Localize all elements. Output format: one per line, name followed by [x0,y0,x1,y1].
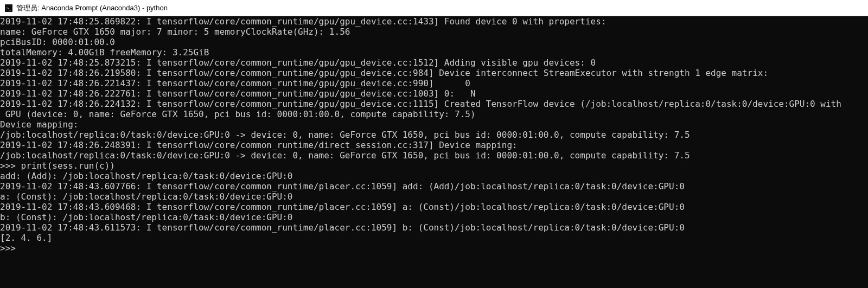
terminal-line: a: (Const): /job:localhost/replica:0/tas… [0,191,868,202]
terminal-line: pciBusID: 0000:01:00.0 [0,37,868,47]
terminal-output[interactable]: 2019-11-02 17:48:25.869822: I tensorflow… [0,16,868,288]
titlebar[interactable]: >_ 管理员: Anaconda Prompt (Anaconda3) - py… [0,0,868,16]
terminal-line: Device mapping: [0,119,868,130]
terminal-line: 2019-11-02 17:48:43.607766: I tensorflow… [0,181,868,191]
terminal-line: 2019-11-02 17:48:26.219580: I tensorflow… [0,68,868,78]
terminal-line: >>> print(sess.run(c)) [0,161,868,171]
cmd-icon: >_ [4,4,13,12]
terminal-line: /job:localhost/replica:0/task:0/device:G… [0,150,868,161]
terminal-line: /job:localhost/replica:0/task:0/device:G… [0,130,868,140]
terminal-line: 2019-11-02 17:48:26.224132: I tensorflow… [0,99,868,109]
terminal-line: 2019-11-02 17:48:26.221437: I tensorflow… [0,78,868,88]
terminal-line: 2019-11-02 17:48:43.611573: I tensorflow… [0,222,868,233]
terminal-line: 2019-11-02 17:48:43.609468: I tensorflow… [0,202,868,212]
terminal-line: totalMemory: 4.00GiB freeMemory: 3.25GiB [0,47,868,57]
terminal-line: >>> [0,243,868,253]
terminal-line: 2019-11-02 17:48:25.873215: I tensorflow… [0,57,868,68]
terminal-line: [2. 4. 6.] [0,233,868,243]
svg-text:>_: >_ [7,5,12,10]
terminal-line: 2019-11-02 17:48:26.248391: I tensorflow… [0,140,868,150]
terminal-line: 2019-11-02 17:48:25.869822: I tensorflow… [0,16,868,27]
window-title: 管理员: Anaconda Prompt (Anaconda3) - pytho… [16,0,168,16]
terminal-line: GPU (device: 0, name: GeForce GTX 1650, … [0,109,868,119]
terminal-line: name: GeForce GTX 1650 major: 7 minor: 5… [0,27,868,37]
terminal-line: b: (Const): /job:localhost/replica:0/tas… [0,212,868,222]
terminal-line: 2019-11-02 17:48:26.222761: I tensorflow… [0,88,868,99]
terminal-line: add: (Add): /job:localhost/replica:0/tas… [0,171,868,181]
